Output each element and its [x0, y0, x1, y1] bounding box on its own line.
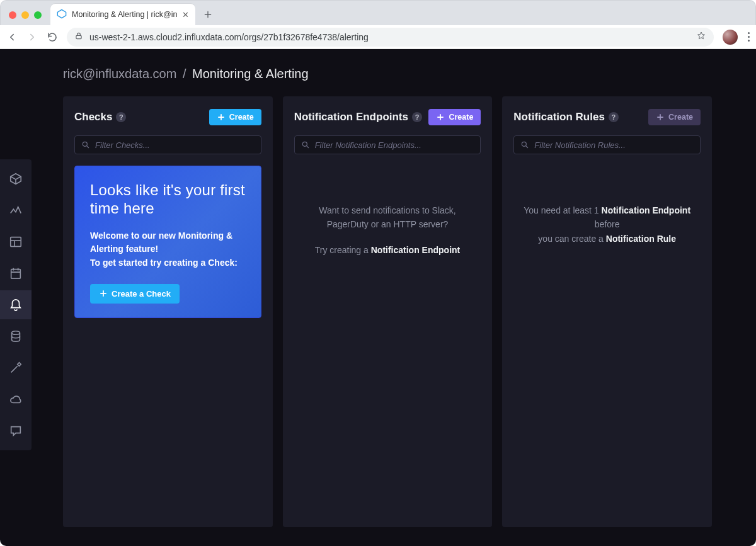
checks-title: Checks — [74, 111, 112, 123]
forward-button[interactable] — [26, 31, 38, 43]
welcome-body-line2: To get started try creating a Check: — [90, 258, 238, 268]
create-rule-button: Create — [648, 109, 701, 125]
endpoints-panel: Notification Endpoints ? Create — [283, 96, 493, 527]
app-root: rick@influxdata.com / Monitoring & Alert… — [0, 49, 756, 546]
browser-tab[interactable]: Monitoring & Alerting | rick@in ✕ — [50, 4, 195, 25]
checks-help-icon[interactable]: ? — [116, 112, 126, 122]
sidebar-item-settings[interactable] — [0, 353, 32, 382]
create-a-check-button[interactable]: Create a Check — [90, 284, 180, 304]
rules-panel: Notification Rules ? Create — [502, 96, 712, 527]
svg-point-7 — [302, 142, 307, 146]
reload-button[interactable] — [47, 31, 58, 43]
endpoints-empty-l1: Want to send notifications to Slack, Pag… — [306, 203, 469, 232]
page-title: Monitoring & Alerting — [192, 67, 309, 81]
endpoints-title: Notification Endpoints — [294, 111, 408, 123]
create-rule-label: Create — [668, 113, 693, 122]
search-icon — [301, 140, 310, 149]
svg-rect-3 — [11, 237, 21, 247]
window-controls — [9, 11, 42, 19]
welcome-card: Looks like it's your first time here Wel… — [74, 166, 261, 318]
welcome-body-line1: Welcome to our new Monitoring & Alerting… — [90, 230, 232, 254]
plus-icon — [436, 113, 445, 122]
rules-empty-l3-pre: you can create a — [538, 234, 605, 244]
sidebar-item-cloud[interactable] — [0, 385, 32, 414]
checks-filter-input[interactable] — [95, 140, 255, 150]
endpoints-filter-input[interactable] — [315, 140, 474, 150]
breadcrumb: rick@influxdata.com / Monitoring & Alert… — [63, 67, 712, 81]
create-check-button[interactable]: Create — [209, 109, 261, 125]
search-icon — [520, 140, 529, 149]
create-endpoint-button[interactable]: Create — [428, 109, 481, 125]
plus-icon — [656, 113, 665, 122]
rules-filter[interactable] — [513, 135, 701, 154]
create-endpoint-label: Create — [449, 113, 473, 122]
create-a-check-label: Create a Check — [112, 289, 171, 299]
rules-empty-l2: before — [513, 217, 701, 231]
sidebar-item-cube[interactable] — [0, 164, 32, 193]
browser-menu-icon[interactable] — [748, 32, 750, 42]
breadcrumb-separator: / — [183, 67, 186, 81]
sidebar-item-tasks[interactable] — [0, 259, 32, 288]
rules-help-icon[interactable]: ? — [609, 112, 619, 122]
svg-rect-4 — [11, 270, 21, 279]
checks-filter[interactable] — [74, 135, 261, 154]
search-icon — [81, 140, 90, 149]
endpoints-empty-l2-strong: Notification Endpoint — [371, 245, 461, 255]
sidebar-item-feedback[interactable] — [0, 416, 32, 445]
svg-point-8 — [522, 142, 527, 146]
rules-empty-l3-strong: Notification Rule — [606, 234, 676, 244]
plus-icon — [99, 289, 108, 298]
address-bar[interactable]: us-west-2-1.aws.cloud2.influxdata.com/or… — [67, 28, 714, 47]
browser-toolbar: us-west-2-1.aws.cloud2.influxdata.com/or… — [0, 25, 756, 49]
app-sidebar — [0, 159, 32, 450]
svg-point-6 — [83, 142, 87, 146]
minimize-window-dot[interactable] — [21, 11, 29, 19]
svg-rect-1 — [76, 35, 81, 38]
plus-icon — [217, 113, 226, 122]
sidebar-item-alerting[interactable] — [0, 290, 32, 319]
welcome-heading: Looks like it's your first time here — [90, 181, 246, 218]
zoom-window-dot[interactable] — [34, 11, 42, 19]
profile-avatar[interactable] — [723, 30, 738, 45]
bookmark-star-icon[interactable] — [696, 31, 706, 43]
endpoints-empty-l2-pre: Try creating a — [315, 245, 371, 255]
browser-tabbar: Monitoring & Alerting | rick@in ✕ — [0, 0, 756, 25]
svg-marker-0 — [57, 9, 66, 18]
checks-panel: Checks ? Create Looks l — [63, 96, 273, 527]
breadcrumb-root[interactable]: rick@influxdata.com — [63, 67, 176, 81]
address-bar-url: us-west-2-1.aws.cloud2.influxdata.com/or… — [89, 32, 690, 42]
new-tab-button[interactable] — [199, 6, 217, 23]
tab-title: Monitoring & Alerting | rick@in — [72, 10, 177, 19]
rules-empty-state: You need at least 1 Notification Endpoin… — [513, 203, 701, 246]
back-button[interactable] — [6, 31, 18, 43]
lock-icon — [74, 31, 83, 42]
endpoints-filter[interactable] — [294, 135, 481, 154]
rules-filter-input[interactable] — [534, 140, 694, 150]
tab-favicon — [57, 9, 67, 21]
create-check-label: Create — [229, 113, 254, 122]
rules-empty-l1-pre: You need at least 1 — [524, 205, 601, 215]
close-window-dot[interactable] — [9, 11, 16, 19]
rules-empty-l1-strong: Notification Endpoint — [602, 205, 691, 215]
sidebar-item-dashboards[interactable] — [0, 227, 32, 256]
endpoints-help-icon[interactable]: ? — [412, 112, 422, 122]
sidebar-item-graph[interactable] — [0, 196, 32, 225]
sidebar-item-data[interactable] — [0, 322, 32, 351]
close-tab-icon[interactable]: ✕ — [182, 10, 189, 20]
svg-point-5 — [12, 331, 20, 335]
rules-title: Notification Rules — [513, 111, 605, 123]
endpoints-empty-state: Want to send notifications to Slack, Pag… — [294, 203, 481, 257]
